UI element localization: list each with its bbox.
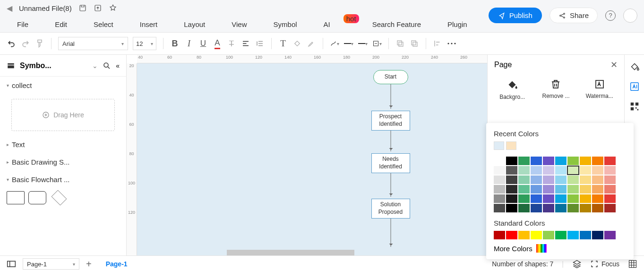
color-swatch[interactable] — [604, 185, 616, 193]
color-swatch[interactable] — [518, 175, 530, 184]
connector[interactable] — [390, 84, 391, 109]
menu-search[interactable]: Search Feature — [372, 20, 421, 28]
background-button[interactable]: Backgro... — [492, 79, 532, 100]
text-tool-icon[interactable]: T — [278, 39, 288, 48]
line-style-icon[interactable]: ▾ — [344, 39, 353, 48]
italic-icon[interactable]: I — [184, 39, 194, 48]
menu-file[interactable]: File — [17, 20, 28, 28]
file-name[interactable]: Unnamed File(8) — [19, 4, 72, 12]
layers-icon[interactable] — [572, 259, 582, 269]
shape-round-rect[interactable] — [28, 191, 46, 204]
share-button[interactable]: Share — [550, 8, 598, 23]
standard-swatch[interactable] — [592, 231, 603, 239]
arrow-style-icon[interactable]: ▾ — [372, 39, 382, 48]
search-icon[interactable] — [103, 61, 111, 70]
menu-view[interactable]: View — [232, 20, 247, 28]
undo-icon[interactable] — [7, 39, 16, 48]
help-button[interactable]: ? — [605, 10, 616, 21]
shape-diamond[interactable] — [52, 190, 67, 206]
standard-swatch[interactable] — [580, 231, 591, 239]
section-basic-drawing[interactable]: ▸Basic Drawing S... — [0, 153, 126, 171]
avatar[interactable] — [623, 9, 637, 23]
format-painter-icon[interactable] — [35, 39, 44, 48]
shape-rect[interactable] — [7, 191, 25, 204]
standard-swatch[interactable] — [555, 231, 567, 239]
fill-icon[interactable] — [292, 39, 302, 48]
color-swatch[interactable] — [580, 157, 591, 165]
save-icon[interactable] — [78, 4, 87, 12]
color-swatch[interactable] — [604, 204, 616, 212]
connector[interactable] — [390, 173, 391, 197]
color-swatch[interactable] — [494, 204, 505, 212]
connector-icon[interactable]: ▾ — [330, 39, 339, 48]
qr-icon[interactable] — [629, 101, 640, 112]
color-swatch[interactable] — [555, 157, 567, 165]
color-swatch[interactable] — [580, 175, 591, 184]
color-swatch[interactable] — [506, 175, 517, 184]
menu-insert[interactable]: Insert — [140, 20, 158, 28]
collapse-panel-icon[interactable]: « — [116, 62, 120, 70]
color-swatch[interactable] — [567, 204, 579, 212]
redo-icon[interactable] — [21, 39, 30, 48]
arrow-icon[interactable]: ▾ — [358, 39, 368, 48]
color-swatch[interactable] — [518, 185, 530, 193]
node-solution[interactable]: Solution Proposed — [371, 199, 410, 219]
export-icon[interactable] — [94, 4, 102, 12]
color-swatch[interactable] — [592, 204, 603, 212]
color-swatch[interactable] — [531, 204, 542, 212]
color-swatch[interactable] — [592, 175, 603, 184]
close-icon[interactable]: ✕ — [610, 60, 618, 70]
color-swatch[interactable] — [518, 204, 530, 212]
color-swatch[interactable] — [567, 194, 579, 203]
color-swatch[interactable] — [555, 175, 567, 184]
color-swatch[interactable] — [567, 185, 579, 193]
color-swatch[interactable] — [543, 194, 554, 203]
standard-swatch[interactable] — [518, 231, 530, 239]
add-page-button[interactable]: + — [86, 259, 92, 270]
connector[interactable] — [390, 219, 391, 247]
color-swatch[interactable] — [518, 194, 530, 203]
align-icon[interactable] — [241, 39, 250, 48]
highlight-icon[interactable] — [307, 39, 316, 48]
color-swatch[interactable] — [555, 166, 567, 175]
font-size-select[interactable]: 12▾ — [133, 37, 156, 50]
font-color-icon[interactable]: A — [213, 39, 222, 48]
underline-icon[interactable]: U — [198, 39, 208, 48]
back-button[interactable]: ◀ — [7, 4, 12, 13]
color-swatch[interactable] — [580, 166, 591, 175]
color-swatch[interactable] — [543, 175, 554, 184]
color-swatch[interactable] — [506, 166, 517, 175]
color-swatch[interactable] — [506, 194, 517, 203]
menu-ai[interactable]: AIhot — [324, 20, 346, 28]
color-swatch[interactable] — [592, 166, 603, 175]
color-swatch[interactable] — [580, 194, 591, 203]
scrollbar-horizontal[interactable] — [227, 250, 354, 255]
color-swatch[interactable] — [567, 175, 579, 184]
menu-plugin[interactable]: Plugin — [447, 20, 467, 28]
color-swatch[interactable] — [506, 185, 517, 193]
focus-button[interactable]: Focus — [590, 260, 619, 268]
color-swatch[interactable] — [604, 175, 616, 184]
section-text[interactable]: ▸Text — [0, 136, 126, 153]
clear-format-icon[interactable]: T̶ — [227, 39, 236, 48]
bold-icon[interactable]: B — [170, 39, 180, 48]
color-swatch[interactable] — [531, 166, 542, 175]
color-swatch[interactable] — [555, 204, 567, 212]
grid-icon[interactable] — [628, 259, 637, 269]
color-swatch[interactable] — [592, 157, 603, 165]
page-tab-1[interactable]: Page-1 — [98, 260, 135, 268]
connector[interactable] — [390, 131, 391, 151]
node-needs[interactable]: Needs Identified — [371, 153, 410, 173]
page-select[interactable]: Page-1▾ — [23, 258, 79, 270]
color-swatch[interactable] — [592, 185, 603, 193]
color-swatch[interactable] — [506, 204, 517, 212]
color-swatch[interactable] — [543, 166, 554, 175]
color-swatch[interactable] — [494, 194, 505, 203]
align-objects-icon[interactable] — [433, 39, 442, 48]
section-basic-flowchart[interactable]: ▾Basic Flowchart ... — [0, 171, 126, 188]
color-swatch[interactable] — [531, 185, 542, 193]
color-swatch[interactable] — [567, 166, 579, 175]
publish-button[interactable]: Publish — [489, 8, 542, 23]
color-swatch[interactable] — [531, 194, 542, 203]
standard-swatch[interactable] — [506, 231, 517, 239]
